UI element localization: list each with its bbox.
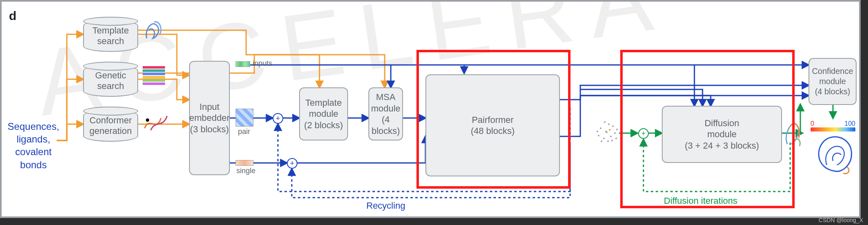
box-input-embedder: Input embedder (3 blocks) bbox=[189, 61, 230, 175]
noise-glyph bbox=[593, 116, 621, 149]
highlight-pairformer bbox=[416, 50, 571, 189]
highlight-diffusion bbox=[620, 50, 795, 208]
svg-point-23 bbox=[609, 129, 610, 131]
template-module-sub: (2 blocks) bbox=[304, 120, 343, 131]
svg-point-21 bbox=[616, 129, 618, 130]
svg-rect-3 bbox=[143, 76, 165, 78]
svg-point-19 bbox=[601, 140, 602, 142]
confidence-scale-bar bbox=[811, 127, 855, 131]
svg-point-6 bbox=[146, 118, 149, 122]
svg-point-8 bbox=[600, 127, 601, 129]
svg-point-18 bbox=[607, 140, 609, 142]
template-module-title: Template module bbox=[305, 97, 341, 120]
svg-point-13 bbox=[614, 132, 616, 134]
output-protein-glyph bbox=[813, 132, 857, 177]
tensor-inputs-label: inputs bbox=[253, 59, 272, 68]
svg-rect-0 bbox=[143, 66, 165, 69]
svg-rect-4 bbox=[143, 79, 165, 82]
ligand-glyph bbox=[143, 112, 171, 134]
cylinder-genetic-label: Genetic search bbox=[95, 70, 126, 92]
embedder-title: Input embedder bbox=[189, 101, 229, 124]
svg-point-15 bbox=[604, 121, 606, 123]
protein-glyph-1 bbox=[143, 18, 165, 42]
cylinder-conformer-label: Conformer generation bbox=[90, 115, 132, 137]
tensor-pair bbox=[236, 109, 253, 127]
scale-min: 0 bbox=[811, 120, 814, 127]
svg-point-10 bbox=[603, 138, 605, 139]
svg-point-17 bbox=[611, 140, 613, 141]
panel-letter: d bbox=[9, 9, 16, 23]
svg-rect-2 bbox=[143, 73, 165, 75]
cylinder-template-search: Template search bbox=[83, 20, 138, 52]
msa-glyph bbox=[143, 66, 165, 89]
box-msa-module: MSA module (4 blocks) bbox=[368, 87, 403, 140]
confidence-title: Confidence module bbox=[812, 66, 853, 87]
confidence-sub: (4 blocks) bbox=[815, 87, 850, 97]
plus-pair: + bbox=[273, 113, 283, 124]
scale-max: 100 bbox=[844, 120, 855, 127]
msa-module-title: MSA module bbox=[371, 91, 400, 114]
box-confidence-module: Confidence module (4 blocks) bbox=[809, 58, 857, 105]
svg-rect-1 bbox=[143, 69, 165, 72]
label-recycling: Recycling bbox=[366, 200, 405, 211]
msa-module-sub: (4 blocks) bbox=[369, 114, 402, 136]
tensor-inputs bbox=[236, 61, 250, 67]
svg-point-9 bbox=[612, 125, 614, 127]
tensor-pair-label: pair bbox=[238, 127, 250, 136]
svg-point-20 bbox=[615, 138, 617, 139]
embedder-sub: (3 blocks) bbox=[190, 124, 229, 135]
tensor-single-label: single bbox=[236, 167, 256, 175]
watermark-csdn: CSDN @loong_X bbox=[819, 217, 863, 223]
plus-single: + bbox=[287, 158, 297, 169]
tensor-single bbox=[236, 160, 253, 166]
box-template-module: Template module (2 blocks) bbox=[299, 87, 348, 140]
input-sequences-text: Sequences, ligands, covalent bonds bbox=[8, 121, 59, 170]
svg-point-16 bbox=[597, 131, 598, 132]
svg-point-11 bbox=[610, 136, 612, 137]
cylinder-conformer-generation: Conformer generation bbox=[83, 110, 138, 142]
svg-point-12 bbox=[598, 135, 599, 136]
svg-point-14 bbox=[608, 123, 610, 125]
svg-point-22 bbox=[605, 131, 607, 132]
input-sequences-label: Sequences, ligands, covalent bonds bbox=[5, 120, 62, 171]
cylinder-template-label: Template search bbox=[93, 25, 129, 47]
svg-rect-5 bbox=[143, 82, 165, 85]
cylinder-genetic-search: Genetic search bbox=[83, 65, 138, 97]
